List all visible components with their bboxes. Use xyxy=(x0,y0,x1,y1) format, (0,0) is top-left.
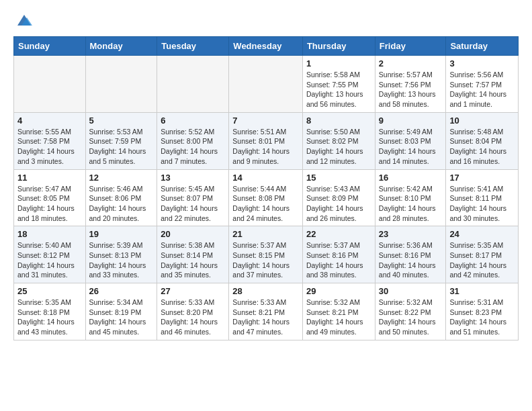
day-info: Sunrise: 5:38 AMSunset: 8:14 PMDaylight:… xyxy=(161,240,225,280)
day-info: Sunrise: 5:36 AMSunset: 8:16 PMDaylight:… xyxy=(379,240,443,280)
calendar-cell xyxy=(85,56,157,113)
day-number: 20 xyxy=(161,229,225,239)
header xyxy=(13,11,519,30)
day-number: 14 xyxy=(232,173,299,183)
day-info: Sunrise: 5:39 AMSunset: 8:13 PMDaylight:… xyxy=(89,240,154,280)
calendar-cell: 10Sunrise: 5:48 AMSunset: 8:04 PMDayligh… xyxy=(446,112,519,169)
day-info: Sunrise: 5:33 AMSunset: 8:21 PMDaylight:… xyxy=(232,298,299,337)
calendar-cell: 27Sunrise: 5:33 AMSunset: 8:20 PMDayligh… xyxy=(157,283,229,340)
day-number: 25 xyxy=(17,286,82,296)
calendar-cell: 22Sunrise: 5:37 AMSunset: 8:16 PMDayligh… xyxy=(302,226,375,283)
calendar-cell: 11Sunrise: 5:47 AMSunset: 8:05 PMDayligh… xyxy=(14,169,86,226)
day-number: 9 xyxy=(379,116,443,126)
calendar-week-row: 1Sunrise: 5:58 AMSunset: 7:55 PMDaylight… xyxy=(14,56,519,113)
day-number: 22 xyxy=(306,229,371,239)
page: SundayMondayTuesdayWednesdayThursdayFrid… xyxy=(0,0,532,351)
calendar-cell: 30Sunrise: 5:32 AMSunset: 8:22 PMDayligh… xyxy=(375,283,446,340)
weekday-header-tuesday: Tuesday xyxy=(157,37,229,56)
day-number: 24 xyxy=(449,229,515,239)
calendar-cell: 13Sunrise: 5:45 AMSunset: 8:07 PMDayligh… xyxy=(157,169,229,226)
calendar-cell: 21Sunrise: 5:37 AMSunset: 8:15 PMDayligh… xyxy=(229,226,303,283)
day-number: 5 xyxy=(89,116,154,126)
calendar-cell: 20Sunrise: 5:38 AMSunset: 8:14 PMDayligh… xyxy=(157,226,229,283)
logo-icon xyxy=(15,11,34,30)
day-info: Sunrise: 5:56 AMSunset: 7:57 PMDaylight:… xyxy=(449,70,515,109)
calendar-cell xyxy=(14,56,86,113)
calendar-cell: 14Sunrise: 5:44 AMSunset: 8:08 PMDayligh… xyxy=(229,169,303,226)
calendar-week-row: 25Sunrise: 5:35 AMSunset: 8:18 PMDayligh… xyxy=(14,283,519,340)
calendar-cell: 17Sunrise: 5:41 AMSunset: 8:11 PMDayligh… xyxy=(446,169,519,226)
calendar-cell: 9Sunrise: 5:49 AMSunset: 8:03 PMDaylight… xyxy=(375,112,446,169)
day-number: 17 xyxy=(449,173,515,183)
day-number: 8 xyxy=(306,116,371,126)
day-number: 3 xyxy=(449,58,515,68)
weekday-header-wednesday: Wednesday xyxy=(229,37,303,56)
weekday-header-friday: Friday xyxy=(375,37,446,56)
day-info: Sunrise: 5:40 AMSunset: 8:12 PMDaylight:… xyxy=(17,240,82,280)
weekday-header-sunday: Sunday xyxy=(14,37,86,56)
calendar-cell: 8Sunrise: 5:50 AMSunset: 8:02 PMDaylight… xyxy=(302,112,375,169)
day-info: Sunrise: 5:58 AMSunset: 7:55 PMDaylight:… xyxy=(306,70,371,109)
day-number: 10 xyxy=(449,116,515,126)
day-info: Sunrise: 5:51 AMSunset: 8:01 PMDaylight:… xyxy=(232,127,299,167)
calendar-cell: 3Sunrise: 5:56 AMSunset: 7:57 PMDaylight… xyxy=(446,56,519,113)
day-number: 29 xyxy=(306,286,371,296)
calendar-cell xyxy=(229,56,303,113)
calendar-cell: 28Sunrise: 5:33 AMSunset: 8:21 PMDayligh… xyxy=(229,283,303,340)
day-info: Sunrise: 5:53 AMSunset: 7:59 PMDaylight:… xyxy=(89,127,154,167)
weekday-header-row: SundayMondayTuesdayWednesdayThursdayFrid… xyxy=(14,37,519,56)
day-info: Sunrise: 5:42 AMSunset: 8:10 PMDaylight:… xyxy=(379,184,443,224)
calendar-cell: 19Sunrise: 5:39 AMSunset: 8:13 PMDayligh… xyxy=(85,226,157,283)
day-info: Sunrise: 5:50 AMSunset: 8:02 PMDaylight:… xyxy=(306,127,371,167)
day-info: Sunrise: 5:34 AMSunset: 8:19 PMDaylight:… xyxy=(89,298,154,337)
day-info: Sunrise: 5:47 AMSunset: 8:05 PMDaylight:… xyxy=(17,184,82,224)
day-number: 16 xyxy=(379,173,443,183)
day-number: 18 xyxy=(17,229,82,239)
day-number: 15 xyxy=(306,173,371,183)
day-info: Sunrise: 5:41 AMSunset: 8:11 PMDaylight:… xyxy=(449,184,515,224)
calendar-cell: 31Sunrise: 5:31 AMSunset: 8:23 PMDayligh… xyxy=(446,283,519,340)
day-number: 26 xyxy=(89,286,154,296)
day-info: Sunrise: 5:55 AMSunset: 7:58 PMDaylight:… xyxy=(17,127,82,167)
day-number: 28 xyxy=(232,286,299,296)
calendar-week-row: 18Sunrise: 5:40 AMSunset: 8:12 PMDayligh… xyxy=(14,226,519,283)
day-info: Sunrise: 5:35 AMSunset: 8:18 PMDaylight:… xyxy=(17,298,82,337)
calendar-cell: 4Sunrise: 5:55 AMSunset: 7:58 PMDaylight… xyxy=(14,112,86,169)
calendar-cell: 25Sunrise: 5:35 AMSunset: 8:18 PMDayligh… xyxy=(14,283,86,340)
calendar-cell: 7Sunrise: 5:51 AMSunset: 8:01 PMDaylight… xyxy=(229,112,303,169)
day-number: 7 xyxy=(232,116,299,126)
day-number: 31 xyxy=(449,286,515,296)
day-number: 11 xyxy=(17,173,82,183)
calendar-week-row: 4Sunrise: 5:55 AMSunset: 7:58 PMDaylight… xyxy=(14,112,519,169)
day-info: Sunrise: 5:44 AMSunset: 8:08 PMDaylight:… xyxy=(232,184,299,224)
calendar-cell: 18Sunrise: 5:40 AMSunset: 8:12 PMDayligh… xyxy=(14,226,86,283)
day-info: Sunrise: 5:57 AMSunset: 7:56 PMDaylight:… xyxy=(379,70,443,109)
day-number: 30 xyxy=(379,286,443,296)
day-number: 12 xyxy=(89,173,154,183)
calendar-cell: 16Sunrise: 5:42 AMSunset: 8:10 PMDayligh… xyxy=(375,169,446,226)
calendar-cell: 1Sunrise: 5:58 AMSunset: 7:55 PMDaylight… xyxy=(302,56,375,113)
day-number: 27 xyxy=(161,286,225,296)
day-number: 23 xyxy=(379,229,443,239)
day-info: Sunrise: 5:37 AMSunset: 8:15 PMDaylight:… xyxy=(232,240,299,280)
day-info: Sunrise: 5:43 AMSunset: 8:09 PMDaylight:… xyxy=(306,184,371,224)
day-info: Sunrise: 5:52 AMSunset: 8:00 PMDaylight:… xyxy=(161,127,225,167)
calendar-table: SundayMondayTuesdayWednesdayThursdayFrid… xyxy=(13,36,519,340)
day-number: 2 xyxy=(379,58,443,68)
day-number: 6 xyxy=(161,116,225,126)
calendar-cell: 2Sunrise: 5:57 AMSunset: 7:56 PMDaylight… xyxy=(375,56,446,113)
calendar-cell: 5Sunrise: 5:53 AMSunset: 7:59 PMDaylight… xyxy=(85,112,157,169)
calendar-cell xyxy=(157,56,229,113)
calendar-cell: 26Sunrise: 5:34 AMSunset: 8:19 PMDayligh… xyxy=(85,283,157,340)
calendar-cell: 12Sunrise: 5:46 AMSunset: 8:06 PMDayligh… xyxy=(85,169,157,226)
weekday-header-monday: Monday xyxy=(85,37,157,56)
calendar-cell: 23Sunrise: 5:36 AMSunset: 8:16 PMDayligh… xyxy=(375,226,446,283)
day-number: 21 xyxy=(232,229,299,239)
calendar-cell: 6Sunrise: 5:52 AMSunset: 8:00 PMDaylight… xyxy=(157,112,229,169)
day-number: 1 xyxy=(306,58,371,68)
day-info: Sunrise: 5:45 AMSunset: 8:07 PMDaylight:… xyxy=(161,184,225,224)
day-number: 13 xyxy=(161,173,225,183)
day-info: Sunrise: 5:37 AMSunset: 8:16 PMDaylight:… xyxy=(306,240,371,280)
day-info: Sunrise: 5:48 AMSunset: 8:04 PMDaylight:… xyxy=(449,127,515,167)
day-info: Sunrise: 5:46 AMSunset: 8:06 PMDaylight:… xyxy=(89,184,154,224)
